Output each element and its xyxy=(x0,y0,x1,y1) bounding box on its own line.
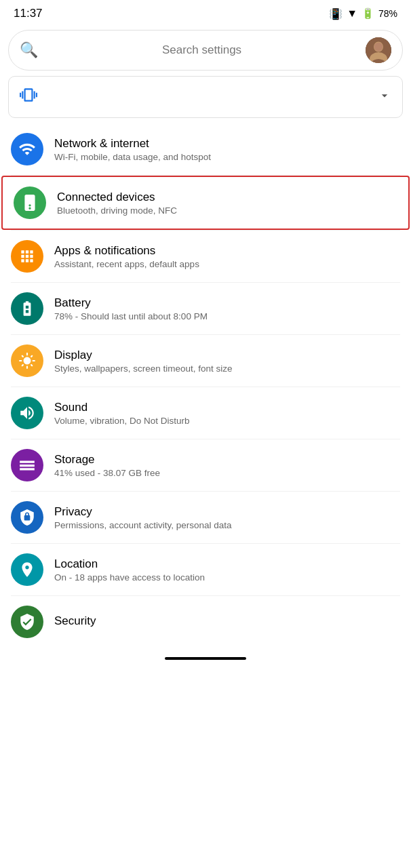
settings-item-apps[interactable]: Apps & notifications Assistant, recent a… xyxy=(0,231,411,282)
status-time: 11:37 xyxy=(14,7,43,20)
settings-item-privacy[interactable]: Privacy Permissions, account activity, p… xyxy=(0,492,411,543)
svg-point-3 xyxy=(374,43,383,52)
vibrate-status-icon: 📳 xyxy=(329,7,342,20)
privacy-icon xyxy=(11,501,43,534)
settings-item-connected-devices[interactable]: Connected devices Bluetooth, driving mod… xyxy=(1,176,410,230)
battery-icon-item xyxy=(11,292,43,325)
connected-devices-title: Connected devices xyxy=(57,191,397,204)
location-icon xyxy=(11,553,43,586)
chevron-down-icon xyxy=(378,89,391,106)
security-icon xyxy=(11,606,43,638)
avatar[interactable] xyxy=(366,37,391,63)
privacy-text: Privacy Permissions, account activity, p… xyxy=(54,505,400,530)
sound-subtitle: Volume, vibration, Do Not Disturb xyxy=(54,416,400,426)
status-icons: 📳 ▼ 🔋 78% xyxy=(329,7,397,20)
search-bar[interactable]: 🔍 Search settings xyxy=(8,30,403,71)
connected-devices-icon xyxy=(14,186,46,219)
battery-percent: 78% xyxy=(378,8,397,19)
security-title: Security xyxy=(54,614,400,628)
nav-line xyxy=(165,657,246,660)
location-subtitle: On - 18 apps have access to location xyxy=(54,572,400,583)
apps-text: Apps & notifications Assistant, recent a… xyxy=(54,244,400,269)
network-text: Network & internet Wi-Fi, mobile, data u… xyxy=(54,137,400,162)
settings-item-network[interactable]: Network & internet Wi-Fi, mobile, data u… xyxy=(0,123,411,175)
sound-text: Sound Volume, vibration, Do Not Disturb xyxy=(54,401,400,426)
settings-item-storage[interactable]: Storage 41% used - 38.07 GB free xyxy=(0,439,411,491)
battery-text-item: Battery 78% - Should last until about 8:… xyxy=(54,296,400,321)
vibrate-banner[interactable] xyxy=(8,76,403,118)
avatar-image xyxy=(366,37,391,63)
privacy-subtitle: Permissions, account activity, personal … xyxy=(54,520,400,530)
display-subtitle: Styles, wallpapers, screen timeout, font… xyxy=(54,363,400,374)
settings-item-battery[interactable]: Battery 78% - Should last until about 8:… xyxy=(0,283,411,334)
connected-devices-text: Connected devices Bluetooth, driving mod… xyxy=(57,191,397,216)
status-bar: 11:37 📳 ▼ 🔋 78% xyxy=(0,0,411,24)
security-text: Security xyxy=(54,614,400,629)
nav-bar xyxy=(0,652,411,667)
sound-icon xyxy=(11,397,43,429)
settings-item-display[interactable]: Display Styles, wallpapers, screen timeo… xyxy=(0,335,411,387)
privacy-title: Privacy xyxy=(54,505,400,519)
network-subtitle: Wi-Fi, mobile, data usage, and hotspot xyxy=(54,152,400,162)
sound-title: Sound xyxy=(54,401,400,414)
display-text: Display Styles, wallpapers, screen timeo… xyxy=(54,349,400,374)
connected-devices-subtitle: Bluetooth, driving mode, NFC xyxy=(57,205,397,216)
storage-text: Storage 41% used - 38.07 GB free xyxy=(54,453,400,478)
storage-title: Storage xyxy=(54,453,400,467)
settings-item-location[interactable]: Location On - 18 apps have access to loc… xyxy=(0,544,411,595)
apps-title: Apps & notifications xyxy=(54,244,400,258)
wifi-status-icon: ▼ xyxy=(347,7,357,20)
battery-subtitle: 78% - Should last until about 8:00 PM xyxy=(54,311,400,321)
display-title: Display xyxy=(54,349,400,362)
battery-icon: 🔋 xyxy=(361,7,374,20)
settings-list: Network & internet Wi-Fi, mobile, data u… xyxy=(0,123,411,652)
storage-icon xyxy=(11,449,43,481)
battery-title: Battery xyxy=(54,296,400,310)
location-title: Location xyxy=(54,557,400,571)
apps-icon xyxy=(11,240,43,273)
display-icon xyxy=(11,344,43,377)
search-icon: 🔍 xyxy=(20,41,38,59)
network-icon xyxy=(11,133,43,165)
settings-item-sound[interactable]: Sound Volume, vibration, Do Not Disturb xyxy=(0,387,411,439)
settings-item-security[interactable]: Security xyxy=(0,596,411,652)
storage-subtitle: 41% used - 38.07 GB free xyxy=(54,468,400,478)
location-text: Location On - 18 apps have access to loc… xyxy=(54,557,400,583)
apps-subtitle: Assistant, recent apps, default apps xyxy=(54,259,400,269)
vibrate-icon xyxy=(20,86,37,108)
search-placeholder: Search settings xyxy=(46,43,357,57)
network-title: Network & internet xyxy=(54,137,400,151)
